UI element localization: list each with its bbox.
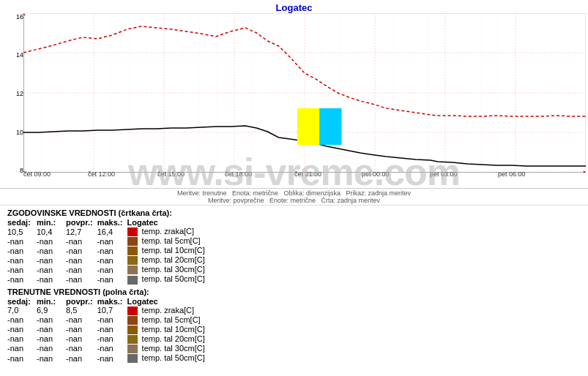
cell-label: temp. tal 10cm[C] (127, 246, 215, 255)
cell-maks: -nan (97, 315, 127, 325)
x-labels: čet 09:00 čet 12:00 čet 15:00 čet 18:00 … (23, 170, 586, 185)
cell-min: -nan (37, 315, 66, 325)
color-swatch (127, 335, 138, 344)
cell-maks: -nan (97, 265, 127, 274)
current-table: sedaj: min.: povpr.: maks.: Logatec 7,0 … (7, 297, 215, 364)
cell-label: temp. tal 5cm[C] (127, 236, 215, 246)
cell-min: -nan (37, 334, 66, 344)
legend-label: temp. tal 30cm[C] (142, 344, 205, 353)
col-min-c: min.: (37, 297, 66, 306)
cell-maks: -nan (97, 353, 127, 363)
svg-rect-39 (297, 108, 319, 145)
color-swatch (127, 316, 138, 325)
legend-label: temp. tal 20cm[C] (142, 334, 205, 343)
cell-povpr: -nan (66, 255, 97, 265)
cell-min: -nan (37, 255, 66, 265)
color-swatch (127, 237, 138, 246)
legend-label: temp. tal 30cm[C] (142, 265, 205, 274)
table-row: -nan -nan -nan -nan temp. tal 30cm[C] (7, 265, 215, 274)
cell-sedaj: -nan (7, 353, 37, 363)
legend-label: temp. tal 50cm[C] (142, 353, 205, 362)
cell-min: -nan (37, 353, 66, 363)
col-loc-h: Logatec (127, 218, 215, 227)
col-povpr-h: povpr.: (66, 218, 97, 227)
table-row: -nan -nan -nan -nan temp. tal 5cm[C] (7, 236, 215, 246)
current-area: TRENUTNE VREDNOSTI (polna črta): sedaj: … (0, 287, 588, 366)
cell-label: temp. tal 5cm[C] (127, 315, 215, 325)
cell-min: -nan (37, 344, 66, 353)
table-row: -nan -nan -nan -nan temp. tal 50cm[C] (7, 353, 215, 363)
data-area: ZGODOVINSKE VREDNOSTI (črtkana črta): se… (0, 206, 588, 287)
svg-rect-40 (319, 108, 341, 145)
cell-min: -nan (37, 265, 66, 274)
color-swatch (127, 307, 138, 315)
cell-povpr: -nan (66, 236, 97, 246)
col-sedaj-h: sedaj: (7, 218, 37, 227)
subtitle-area: Meritve: trenutne Enota: metrične Oblika… (0, 189, 588, 206)
cell-sedaj: 10,5 (7, 227, 37, 236)
cell-maks: -nan (97, 255, 127, 265)
cell-maks: 16,4 (97, 227, 127, 236)
legend-label: temp. tal 50cm[C] (142, 274, 205, 283)
cell-povpr: -nan (66, 353, 97, 363)
color-swatch (127, 256, 138, 265)
cell-sedaj: -nan (7, 265, 37, 274)
historical-section: ZGODOVINSKE VREDNOSTI (črtkana črta): se… (7, 208, 581, 285)
color-swatch (127, 247, 138, 255)
subtitle1: Meritve: trenutne Enota: metrične Oblika… (0, 189, 588, 197)
cell-povpr: -nan (66, 325, 97, 334)
legend-label: temp. zraka[C] (142, 227, 195, 236)
cell-label: temp. tal 10cm[C] (127, 325, 215, 334)
cell-sedaj: -nan (7, 236, 37, 246)
col-maks-c: maks.: (97, 297, 127, 306)
cell-sedaj: -nan (7, 334, 37, 344)
cell-sedaj: -nan (7, 325, 37, 334)
col-min-h: min.: (37, 218, 66, 227)
cell-povpr: -nan (66, 246, 97, 255)
chart-wrapper: Logatec (0, 0, 588, 189)
legend-label: temp. tal 10cm[C] (142, 246, 205, 255)
cell-min: -nan (37, 274, 66, 284)
cell-sedaj: -nan (7, 255, 37, 265)
historical-table: sedaj: min.: povpr.: maks.: Logatec 10,5… (7, 218, 215, 285)
cell-sedaj: 7,0 (7, 306, 37, 315)
cell-povpr: -nan (66, 315, 97, 325)
color-swatch (127, 326, 138, 334)
table-row: -nan -nan -nan -nan temp. tal 5cm[C] (7, 315, 215, 325)
table-row: 7,0 6,9 8,5 10,7 temp. zraka[C] (7, 306, 215, 315)
color-swatch (127, 276, 138, 285)
legend-label: temp. zraka[C] (142, 306, 195, 315)
color-swatch (127, 354, 138, 363)
chart-svg (23, 13, 586, 173)
chart-title: Logatec (0, 0, 588, 13)
color-swatch (127, 266, 138, 274)
legend-label: temp. tal 5cm[C] (142, 315, 201, 324)
cell-min: -nan (37, 236, 66, 246)
col-povpr-c: povpr.: (66, 297, 97, 306)
current-title: TRENUTNE VREDNOSTI (polna črta): (7, 287, 581, 296)
cell-maks: -nan (97, 344, 127, 353)
subtitle2: Meritve: povprečne Enote: metrične Črta:… (0, 197, 588, 204)
cell-label: temp. zraka[C] (127, 227, 215, 236)
historical-title: ZGODOVINSKE VREDNOSTI (črtkana črta): (7, 208, 581, 217)
table-row: -nan -nan -nan -nan temp. tal 10cm[C] (7, 325, 215, 334)
cell-sedaj: -nan (7, 246, 37, 255)
cell-maks: -nan (97, 274, 127, 284)
cell-maks: -nan (97, 334, 127, 344)
legend-label: temp. tal 20cm[C] (142, 255, 205, 264)
cell-sedaj: -nan (7, 274, 37, 284)
cell-label: temp. tal 30cm[C] (127, 344, 215, 353)
cell-label: temp. tal 20cm[C] (127, 255, 215, 265)
cell-povpr: -nan (66, 274, 97, 284)
cell-povpr: 8,5 (66, 306, 97, 315)
color-swatch (127, 345, 138, 353)
y-labels: 16 14 12 10 8 (10, 13, 23, 173)
table-row: -nan -nan -nan -nan temp. tal 30cm[C] (7, 344, 215, 353)
col-loc-c: Logatec (127, 297, 215, 306)
cell-povpr: -nan (66, 344, 97, 353)
color-swatch (127, 228, 138, 236)
cell-label: temp. tal 50cm[C] (127, 274, 215, 284)
cell-min: -nan (37, 325, 66, 334)
legend-label: temp. tal 10cm[C] (142, 325, 205, 334)
cell-maks: 10,7 (97, 306, 127, 315)
